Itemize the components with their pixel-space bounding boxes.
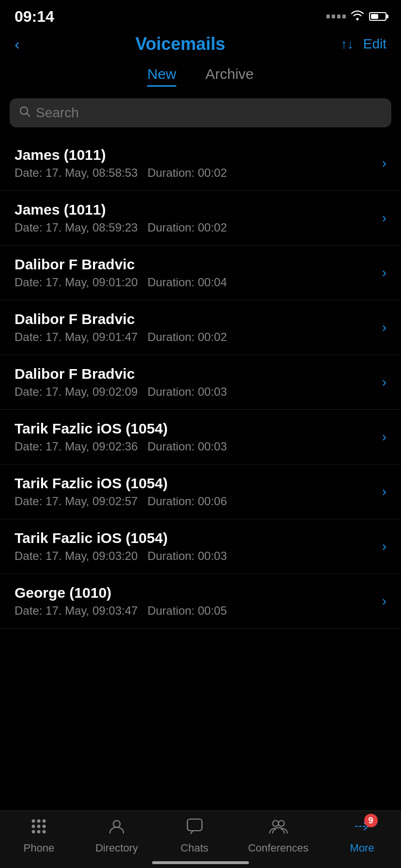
tabs: New Archive bbox=[0, 59, 401, 93]
svg-line-1 bbox=[27, 113, 30, 116]
edit-button[interactable]: Edit bbox=[363, 36, 386, 52]
vm-name: Tarik Fazlic iOS (1054) bbox=[15, 475, 382, 492]
more-badge-wrap: 9 bbox=[354, 818, 371, 839]
voicemail-item[interactable]: Tarik Fazlic iOS (1054) Date: 17. May, 0… bbox=[0, 519, 401, 574]
vm-arrow-icon: › bbox=[382, 593, 386, 609]
vm-meta: Date: 17. May, 08:58:53 Duration: 00:02 bbox=[15, 166, 382, 180]
nav-chats-label: Chats bbox=[181, 842, 208, 854]
svg-point-5 bbox=[32, 825, 35, 828]
svg-point-4 bbox=[43, 820, 46, 823]
status-bar: 09:14 bbox=[0, 0, 401, 29]
nav-conferences[interactable]: Conferences bbox=[248, 818, 308, 854]
svg-point-14 bbox=[278, 821, 284, 826]
voicemail-item[interactable]: Tarik Fazlic iOS (1054) Date: 17. May, 0… bbox=[0, 465, 401, 519]
svg-point-2 bbox=[32, 820, 35, 823]
vm-info: Dalibor F Bradvic Date: 17. May, 09:01:4… bbox=[15, 311, 382, 344]
search-input[interactable] bbox=[36, 105, 382, 121]
header-actions: ↑↓ Edit bbox=[341, 36, 386, 52]
vm-meta: Date: 17. May, 09:02:57 Duration: 00:06 bbox=[15, 495, 382, 508]
svg-point-7 bbox=[43, 825, 46, 828]
vm-name: Dalibor F Bradvic bbox=[15, 256, 382, 273]
vm-meta: Date: 17. May, 09:03:47 Duration: 00:05 bbox=[15, 604, 382, 618]
vm-info: Dalibor F Bradvic Date: 17. May, 09:02:0… bbox=[15, 366, 382, 399]
voicemail-item[interactable]: Dalibor F Bradvic Date: 17. May, 09:02:0… bbox=[0, 355, 401, 410]
status-icons bbox=[326, 10, 386, 23]
svg-point-6 bbox=[37, 825, 41, 828]
vm-arrow-icon: › bbox=[382, 539, 386, 554]
vm-info: George (1010) Date: 17. May, 09:03:47 Du… bbox=[15, 585, 382, 618]
status-time: 09:14 bbox=[15, 8, 54, 26]
home-indicator bbox=[152, 861, 249, 864]
voicemail-list: James (1011) Date: 17. May, 08:58:53 Dur… bbox=[0, 136, 401, 629]
vm-arrow-icon: › bbox=[382, 210, 386, 226]
tab-archive[interactable]: Archive bbox=[205, 66, 254, 87]
nav-phone-label: Phone bbox=[24, 842, 55, 854]
battery-icon bbox=[369, 12, 386, 21]
directory-icon bbox=[108, 818, 125, 839]
svg-point-8 bbox=[32, 830, 35, 834]
bottom-nav: Phone Directory Chats bbox=[0, 810, 401, 868]
wifi-icon bbox=[351, 10, 364, 23]
svg-point-9 bbox=[37, 830, 41, 834]
search-bar bbox=[10, 98, 391, 127]
tab-new[interactable]: New bbox=[147, 66, 176, 87]
vm-info: Tarik Fazlic iOS (1054) Date: 17. May, 0… bbox=[15, 530, 382, 563]
voicemail-item[interactable]: George (1010) Date: 17. May, 09:03:47 Du… bbox=[0, 574, 401, 629]
vm-name: James (1011) bbox=[15, 202, 382, 218]
sort-button[interactable]: ↑↓ bbox=[341, 37, 354, 52]
voicemail-item[interactable]: Tarik Fazlic iOS (1054) Date: 17. May, 0… bbox=[0, 410, 401, 465]
vm-meta: Date: 17. May, 09:02:36 Duration: 00:03 bbox=[15, 440, 382, 453]
vm-meta: Date: 17. May, 09:01:47 Duration: 00:02 bbox=[15, 330, 382, 344]
back-button[interactable]: ‹ bbox=[15, 35, 20, 53]
vm-meta: Date: 17. May, 08:59:23 Duration: 00:02 bbox=[15, 221, 382, 234]
vm-arrow-icon: › bbox=[382, 265, 386, 280]
nav-phone[interactable]: Phone bbox=[15, 818, 63, 854]
vm-info: Tarik Fazlic iOS (1054) Date: 17. May, 0… bbox=[15, 420, 382, 453]
svg-point-3 bbox=[37, 820, 41, 823]
nav-conferences-label: Conferences bbox=[248, 842, 308, 854]
voicemail-item[interactable]: James (1011) Date: 17. May, 08:59:23 Dur… bbox=[0, 191, 401, 246]
svg-point-10 bbox=[43, 830, 46, 834]
vm-name: Dalibor F Bradvic bbox=[15, 366, 382, 382]
phone-icon bbox=[30, 818, 47, 839]
search-wrap bbox=[0, 93, 401, 132]
vm-meta: Date: 17. May, 09:02:09 Duration: 00:03 bbox=[15, 385, 382, 399]
svg-rect-12 bbox=[187, 819, 202, 831]
vm-name: George (1010) bbox=[15, 585, 382, 601]
vm-name: James (1011) bbox=[15, 147, 382, 163]
vm-info: Dalibor F Bradvic Date: 17. May, 09:01:2… bbox=[15, 256, 382, 289]
voicemail-item[interactable]: Dalibor F Bradvic Date: 17. May, 09:01:4… bbox=[0, 300, 401, 355]
conferences-icon bbox=[269, 818, 288, 839]
signal-icon bbox=[326, 15, 346, 18]
vm-arrow-icon: › bbox=[382, 155, 386, 171]
voicemail-item[interactable]: James (1011) Date: 17. May, 08:58:53 Dur… bbox=[0, 136, 401, 191]
more-badge: 9 bbox=[364, 814, 378, 827]
vm-arrow-icon: › bbox=[382, 429, 386, 445]
chats-icon bbox=[186, 818, 203, 839]
search-icon bbox=[19, 106, 30, 120]
nav-directory[interactable]: Directory bbox=[93, 818, 141, 854]
vm-arrow-icon: › bbox=[382, 484, 386, 499]
nav-chats[interactable]: Chats bbox=[170, 818, 219, 854]
svg-point-11 bbox=[113, 821, 120, 827]
vm-name: Tarik Fazlic iOS (1054) bbox=[15, 420, 382, 437]
vm-arrow-icon: › bbox=[382, 320, 386, 335]
page-title: Voicemails bbox=[135, 34, 225, 54]
vm-meta: Date: 17. May, 09:03:20 Duration: 00:03 bbox=[15, 549, 382, 563]
header: ‹ Voicemails ↑↓ Edit bbox=[0, 29, 401, 59]
nav-directory-label: Directory bbox=[95, 842, 138, 854]
nav-more-label: More bbox=[350, 842, 374, 854]
svg-point-13 bbox=[273, 821, 278, 826]
vm-name: Dalibor F Bradvic bbox=[15, 311, 382, 327]
voicemail-item[interactable]: Dalibor F Bradvic Date: 17. May, 09:01:2… bbox=[0, 246, 401, 300]
vm-info: James (1011) Date: 17. May, 08:58:53 Dur… bbox=[15, 147, 382, 180]
vm-info: Tarik Fazlic iOS (1054) Date: 17. May, 0… bbox=[15, 475, 382, 508]
vm-meta: Date: 17. May, 09:01:20 Duration: 00:04 bbox=[15, 276, 382, 289]
vm-name: Tarik Fazlic iOS (1054) bbox=[15, 530, 382, 546]
vm-arrow-icon: › bbox=[382, 374, 386, 390]
vm-info: James (1011) Date: 17. May, 08:59:23 Dur… bbox=[15, 202, 382, 234]
nav-more[interactable]: 9 More bbox=[338, 818, 386, 854]
